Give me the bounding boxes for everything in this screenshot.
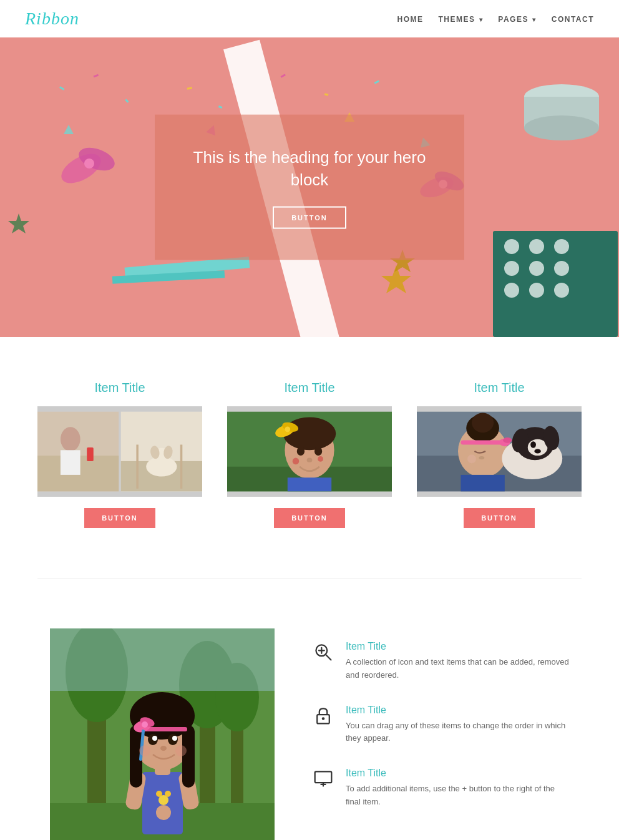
chevron-down-icon: ▾ <box>530 16 537 23</box>
nav-item-contact[interactable]: CONTACT <box>552 13 594 24</box>
site-logo[interactable]: Ribbon <box>25 9 79 29</box>
svg-point-15 <box>554 239 569 254</box>
hero-section: This is the heading for your hero block … <box>0 37 619 337</box>
feature-content-3: Item Title To add additional items, use … <box>346 768 569 809</box>
features-list: Item Title A collection of icon and text… <box>312 628 569 809</box>
svg-point-68 <box>472 413 494 432</box>
feature-desc-1: A collection of icon and text items that… <box>346 656 569 682</box>
nav-link-pages[interactable]: PAGES ▾ <box>498 15 536 24</box>
nav-item-themes[interactable]: THEMES ▾ <box>439 13 484 24</box>
svg-point-20 <box>529 283 544 298</box>
svg-point-120 <box>322 717 324 720</box>
svg-rect-74 <box>461 475 504 491</box>
svg-rect-69 <box>461 440 504 444</box>
svg-point-24 <box>524 115 599 140</box>
feature-content-2: Item Title You can drag any of these ite… <box>346 705 569 746</box>
svg-point-13 <box>504 239 519 254</box>
svg-point-111 <box>172 736 177 741</box>
lock-icon <box>312 705 334 727</box>
feature-item-3: Item Title To add additional items, use … <box>312 768 569 809</box>
nav-link-home[interactable]: HOME <box>397 15 424 24</box>
svg-point-97 <box>165 791 171 797</box>
feature-item-1: Item Title A collection of icon and text… <box>312 641 569 682</box>
item-title-2: Item Title <box>227 381 392 395</box>
svg-rect-42 <box>87 447 94 461</box>
svg-point-112 <box>160 746 167 751</box>
item-button-2[interactable]: BUTTON <box>274 508 345 528</box>
svg-rect-121 <box>315 772 332 783</box>
svg-point-71 <box>503 437 512 443</box>
chevron-down-icon: ▾ <box>477 16 484 23</box>
svg-point-14 <box>529 239 544 254</box>
svg-point-94 <box>156 805 171 820</box>
feature-title-3: Item Title <box>346 768 569 779</box>
nav-item-home[interactable]: HOME <box>397 13 424 24</box>
svg-point-59 <box>314 447 322 456</box>
svg-line-116 <box>326 655 331 660</box>
svg-point-57 <box>285 426 290 432</box>
feature-item-2: Item Title You can drag any of these ite… <box>312 705 569 746</box>
hero-button[interactable]: BUTTON <box>273 206 346 228</box>
item-image-2 <box>227 406 392 497</box>
items-section: Item Title <box>0 337 619 578</box>
item-button-3[interactable]: BUTTON <box>464 508 535 528</box>
item-title-3: Item Title <box>417 381 582 395</box>
item-button-1[interactable]: BUTTON <box>84 508 155 528</box>
svg-rect-102 <box>182 725 195 788</box>
svg-point-113 <box>139 745 150 756</box>
item-title-1: Item Title <box>37 381 202 395</box>
nav-links: HOME THEMES ▾ PAGES ▾ CONTACT <box>397 13 594 24</box>
svg-rect-49 <box>136 445 139 489</box>
svg-point-21 <box>554 283 569 298</box>
svg-point-78 <box>530 441 536 448</box>
nav-link-contact[interactable]: CONTACT <box>552 15 594 24</box>
navbar: Ribbon HOME THEMES ▾ PAGES ▾ CONTACT <box>0 0 619 37</box>
svg-rect-50 <box>180 445 183 489</box>
svg-point-114 <box>175 745 187 756</box>
nav-item-pages[interactable]: PAGES ▾ <box>498 13 536 24</box>
svg-rect-41 <box>61 450 80 475</box>
feature-content-1: Item Title A collection of icon and text… <box>346 641 569 682</box>
items-grid: Item Title <box>37 381 582 528</box>
item-card-1: Item Title <box>37 381 202 528</box>
item-card-2: Item Title <box>227 381 392 528</box>
svg-point-6 <box>84 159 94 168</box>
nav-link-themes[interactable]: THEMES ▾ <box>439 15 484 24</box>
svg-point-58 <box>297 447 305 456</box>
svg-point-40 <box>61 427 80 451</box>
monitor-icon <box>312 768 334 790</box>
feature-desc-3: To add additional items, use the + butto… <box>346 783 569 809</box>
svg-point-60 <box>307 458 313 462</box>
feature-title-1: Item Title <box>346 641 569 652</box>
svg-point-96 <box>156 791 162 797</box>
svg-rect-63 <box>288 477 331 491</box>
svg-point-73 <box>467 454 476 463</box>
svg-point-72 <box>479 456 484 459</box>
feature-desc-2: You can drag any of these items to chang… <box>346 720 569 746</box>
svg-point-17 <box>529 261 544 276</box>
hero-overlay: This is the heading for your hero block … <box>155 115 464 260</box>
svg-point-79 <box>534 449 541 454</box>
svg-point-16 <box>504 261 519 276</box>
item-image-1 <box>37 406 202 497</box>
hero-heading: This is the heading for your hero block <box>192 146 427 192</box>
search-plus-icon <box>312 641 334 663</box>
feature-title-2: Item Title <box>346 705 569 716</box>
svg-point-61 <box>293 458 300 465</box>
svg-rect-89 <box>50 628 275 691</box>
item-card-3: Item Title <box>417 381 582 528</box>
svg-point-19 <box>504 283 519 298</box>
svg-point-110 <box>152 736 157 741</box>
item-image-3 <box>417 406 582 497</box>
svg-point-62 <box>318 456 323 462</box>
svg-point-18 <box>554 261 569 276</box>
svg-point-106 <box>142 721 148 728</box>
features-image <box>50 628 275 840</box>
features-section: Item Title A collection of icon and text… <box>0 579 619 840</box>
